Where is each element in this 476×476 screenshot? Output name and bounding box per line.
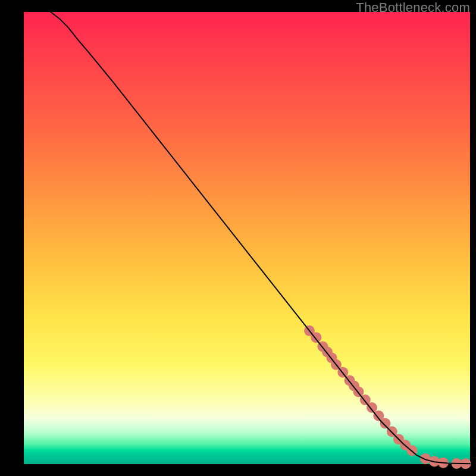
chart-stage: TheBottleneck.com [0, 0, 476, 476]
chart-svg [24, 12, 470, 464]
scatter-dots [304, 325, 471, 469]
curve-line [51, 12, 470, 464]
plot-area [24, 12, 470, 464]
watermark-text: TheBottleneck.com [356, 0, 470, 15]
